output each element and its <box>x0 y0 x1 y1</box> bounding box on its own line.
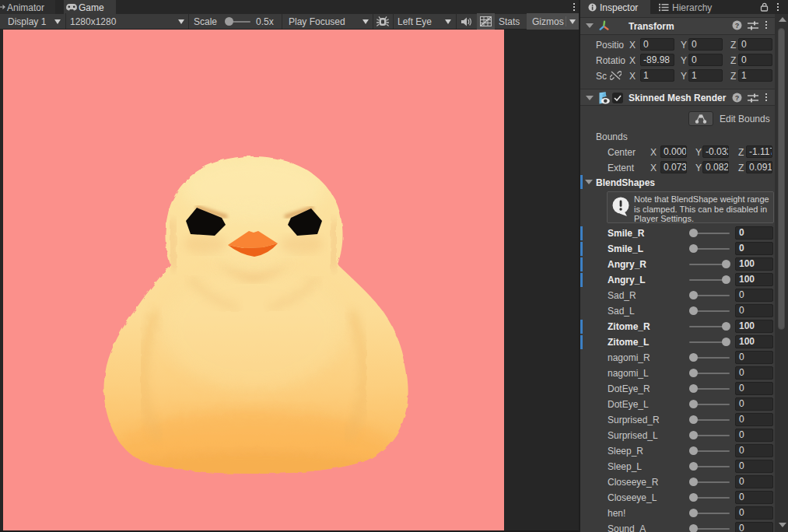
svg-text:?: ? <box>735 22 740 30</box>
svg-text:?: ? <box>735 94 740 102</box>
